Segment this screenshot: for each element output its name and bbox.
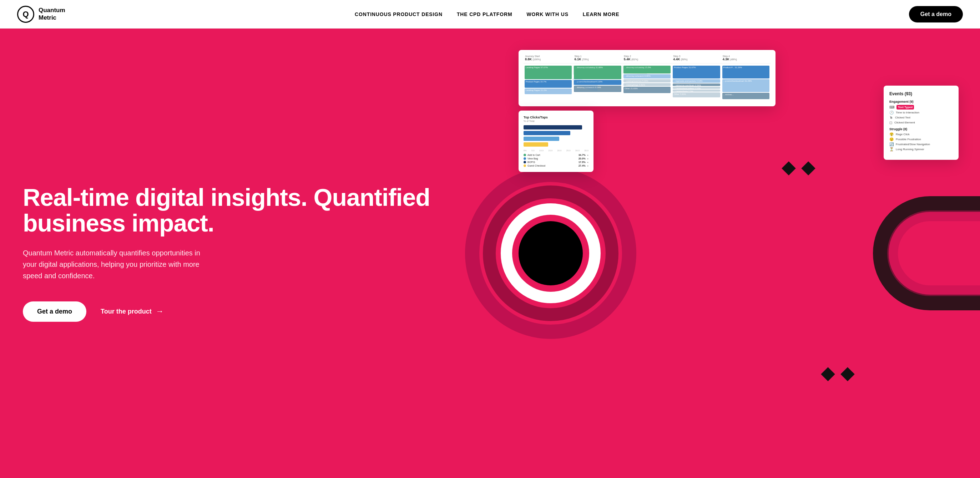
event-possible-frustration: 😟 Possible Frustration: [889, 137, 953, 141]
click-bar-row-1: [523, 131, 589, 135]
logo[interactable]: Q Quantum Metric: [17, 6, 65, 23]
click-bars: [523, 125, 589, 147]
nav-icon: 🔄: [889, 142, 894, 146]
clicks-title: Top Clicks/Taps: [523, 116, 589, 119]
hero-left: Real-time digital insights. Quantified b…: [0, 29, 490, 478]
keyboard-icon: ⌨: [889, 105, 894, 109]
bar-axis: 0%5.010.015.020.025.030.035.0: [523, 149, 589, 152]
events-group-struggle: Struggle (8) 😤 Rage Click 😟 Possible Fru…: [889, 127, 953, 151]
funnel-col-1: ...dmurray.co/catalog 31.68% ...y.com/ch…: [573, 66, 622, 101]
nav-link-learn[interactable]: LEARN MORE: [583, 11, 620, 17]
squircle-inner-decoration: [887, 210, 980, 296]
funnel-step-3: Step 3 4.4K (50%): [671, 55, 721, 61]
funnel-body: Landing Pages 57.07% Product Pages 15.7%…: [523, 66, 770, 101]
frustration-icon: 😟: [889, 137, 894, 141]
clicks-panel: Top Clicks/Taps % of Total 0%5.010.015.0…: [519, 111, 593, 172]
hero-tour-button[interactable]: Tour the product →: [101, 307, 164, 316]
logo-icon: Q: [17, 6, 34, 23]
funnel-step-1: Step 1 6.1K (70%): [573, 55, 622, 61]
tour-label: Tour the product: [101, 308, 152, 315]
events-group-engagement: Engagement (9) ⌨ Text Typed 🕐 Time to In…: [889, 100, 953, 124]
navbar: Q Quantum Metric CONTINUOUS PRODUCT DESI…: [0, 0, 980, 29]
click-dot-1: [523, 157, 526, 160]
nav-links: CONTINUOUS PRODUCT DESIGN THE CPD PLATFO…: [355, 11, 619, 17]
funnel-step-2: Step 2 5.4K (61%): [622, 55, 671, 61]
funnel-col-4: Product P... 31.29% ...y.com/checkout/ca…: [721, 66, 770, 101]
clock-icon: 🕐: [889, 111, 894, 114]
funnel-col-2: ...dmurray.co/catalog 15.5% ...dmurray.c…: [622, 66, 671, 101]
diamond-deco-4: [840, 367, 855, 381]
diamond-deco-3: [821, 367, 835, 381]
event-text-typed: ⌨ Text Typed: [889, 105, 953, 110]
circle-center: [519, 221, 583, 285]
events-panel: Events (93) Engagement (9) ⌨ Text Typed …: [884, 86, 959, 160]
funnel-panel: Journey Start 8.8K (100%) Step 1 6.1K (7…: [519, 50, 775, 106]
click-items: Add to Cart 34.7% ● View Bag 20.0% ●: [523, 154, 589, 167]
click-bar-row-2: [523, 137, 589, 141]
click-dot-3: [523, 164, 526, 167]
nav-link-platform[interactable]: THE CPD PLATFORM: [457, 11, 512, 17]
arrow-icon: →: [156, 307, 164, 316]
rage-icon: 😤: [889, 132, 894, 136]
hero-right: › Journey Start 8.8K (100%) Step 1 6.1K …: [490, 29, 980, 478]
click-dot-0: [523, 154, 526, 156]
diamond-deco-2: [801, 161, 816, 176]
funnel-col-3: Product Pages 31.67% ...log/coats-and-ja…: [671, 66, 721, 101]
click-item-1: View Bag 20.0% ●: [523, 157, 589, 160]
click-item-0: Add to Cart 34.7% ●: [523, 154, 589, 156]
event-long-spinner: ⏳ Long Running Spinner: [889, 147, 953, 151]
click-bar-row-3: [523, 142, 589, 147]
funnel-step-0: Journey Start 8.8K (100%): [523, 55, 573, 61]
hero-get-demo-button[interactable]: Get a demo: [23, 302, 86, 322]
hero-section: Real-time digital insights. Quantified b…: [0, 29, 980, 478]
funnel-col-0: Landing Pages 57.07% Product Pages 15.7%…: [523, 66, 573, 101]
event-frustrated-nav: 🔄 Frustrated/Slow Navigation: [889, 142, 953, 146]
events-title: Events (93): [889, 91, 953, 96]
event-rage-click: 😤 Rage Click: [889, 132, 953, 136]
nav-link-work[interactable]: WORK WITH US: [527, 11, 568, 17]
hero-actions: Get a demo Tour the product →: [23, 302, 467, 322]
click-item-3: Guest Checkout 27.4% ●: [523, 164, 589, 167]
click-item-2: BOPIS 17.9% ●: [523, 161, 589, 164]
event-clicked-text: 🖱 Clicked Text: [889, 116, 953, 119]
event-clicked-element: ◻ Clicked Element: [889, 121, 953, 124]
event-time-to-interaction: 🕐 Time to Interaction: [889, 111, 953, 114]
cursor-icon: 🖱: [889, 116, 893, 119]
clicks-subtitle: % of Total: [523, 120, 589, 122]
click-bar-row-0: [523, 125, 589, 130]
element-icon: ◻: [889, 121, 892, 124]
nav-link-cpd[interactable]: CONTINUOUS PRODUCT DESIGN: [355, 11, 442, 17]
logo-text: Quantum Metric: [38, 7, 65, 21]
hero-headline: Real-time digital insights. Quantified b…: [23, 185, 467, 236]
nav-get-demo-button[interactable]: Get a demo: [909, 6, 963, 22]
hero-subtext: Quantum Metric automatically quantifies …: [23, 247, 208, 281]
diamond-deco-1: [781, 161, 796, 176]
struggle-group-title: Struggle (8): [889, 127, 953, 131]
click-dot-2: [523, 161, 526, 164]
funnel-step-4: Step 4 4.3K (49%): [721, 55, 770, 61]
funnel-header: Journey Start 8.8K (100%) Step 1 6.1K (7…: [523, 55, 770, 64]
engagement-group-title: Engagement (9): [889, 100, 953, 103]
spinner-icon: ⏳: [889, 147, 894, 151]
